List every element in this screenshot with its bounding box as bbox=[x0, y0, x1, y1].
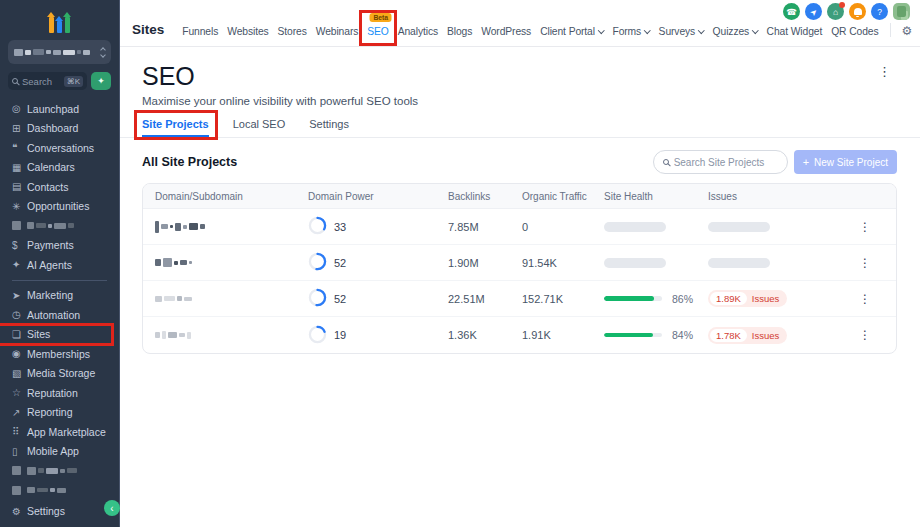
sidebar-item-redacted[interactable] bbox=[0, 461, 119, 481]
topnav-tab-funnels[interactable]: Funnels bbox=[182, 26, 218, 37]
redacted-text bbox=[27, 487, 66, 493]
domain-power-cell: 52 bbox=[308, 288, 448, 309]
domain-power-value: 52 bbox=[334, 293, 346, 305]
media-storage-icon: ▧ bbox=[12, 368, 27, 379]
sidebar-item-payments[interactable]: $Payments bbox=[0, 236, 119, 256]
chevron-updown-icon bbox=[101, 48, 105, 57]
sidebar-item-calendars[interactable]: ▦Calendars bbox=[0, 158, 119, 178]
sidebar-item-marketing[interactable]: ➤Marketing bbox=[0, 286, 119, 306]
topbar-title: Sites bbox=[132, 22, 164, 37]
ai-assistant-button[interactable]: ✦ bbox=[91, 72, 111, 90]
sidebar-item-settings[interactable]: ⚙ Settings bbox=[0, 502, 119, 522]
sites-icon: ❏ bbox=[12, 329, 27, 340]
sidebar-item-redacted[interactable] bbox=[0, 481, 119, 501]
topnav-tab-blogs[interactable]: Blogs bbox=[447, 26, 472, 37]
topbar-divider bbox=[890, 23, 891, 37]
topnav-tab-forms[interactable]: Forms bbox=[612, 26, 649, 37]
sidebar-item-label: Marketing bbox=[27, 289, 73, 301]
issues-badge[interactable]: 1.89KIssues bbox=[708, 290, 787, 307]
seo-tab-site-projects[interactable]: Site Projects bbox=[142, 118, 209, 137]
health-percent-label: 86% bbox=[672, 293, 693, 305]
backlinks-value: 22.51M bbox=[448, 293, 522, 305]
domain-power-ring bbox=[308, 216, 327, 237]
sidebar-item-redacted[interactable] bbox=[0, 216, 119, 236]
payments-icon: $ bbox=[12, 240, 27, 251]
help-icon[interactable]: ? bbox=[871, 3, 888, 20]
sidebar-item-opportunities[interactable]: ✳Opportunities bbox=[0, 197, 119, 217]
page-menu-kebab[interactable]: ⋮ bbox=[872, 62, 897, 81]
marketplace-icon[interactable]: ⌂ bbox=[827, 3, 844, 20]
issues-badge[interactable]: 1.78KIssues bbox=[708, 327, 787, 344]
contacts-icon: ▤ bbox=[12, 181, 27, 192]
sidebar-search-input[interactable]: Search ⌘K bbox=[8, 72, 87, 90]
sidebar-item-mobile-app[interactable]: ▯Mobile App bbox=[0, 442, 119, 462]
gear-icon[interactable]: ⚙ bbox=[901, 25, 912, 37]
phone-icon[interactable]: ☎ bbox=[783, 3, 800, 20]
row-actions-kebab[interactable]: ⋮ bbox=[846, 292, 884, 306]
sidebar-item-sites[interactable]: ❏Sites bbox=[0, 325, 119, 345]
help-icon-glyph: ? bbox=[877, 7, 882, 17]
domain-power-value: 52 bbox=[334, 257, 346, 269]
marketplace-icon-glyph: ⌂ bbox=[833, 7, 838, 17]
seo-tabs: Site ProjectsLocal SEOSettings bbox=[142, 118, 897, 137]
sidebar-item-conversations[interactable]: ❝Conversations bbox=[0, 138, 119, 158]
highlevel-logo bbox=[49, 7, 70, 33]
seo-tab-settings[interactable]: Settings bbox=[309, 118, 349, 137]
row-actions-kebab[interactable]: ⋮ bbox=[846, 328, 884, 342]
domain-power-ring bbox=[308, 288, 327, 309]
topnav-tab-stores[interactable]: Stores bbox=[278, 26, 307, 37]
topnav-tab-seo[interactable]: SEOBeta bbox=[367, 26, 388, 37]
topnav-tab-webinars[interactable]: Webinars bbox=[316, 26, 359, 37]
row-actions-kebab[interactable]: ⋮ bbox=[846, 220, 884, 234]
sidebar-item-label: Mobile App bbox=[27, 445, 79, 457]
account-name-redacted bbox=[14, 49, 98, 56]
seo-tab-local-seo[interactable]: Local SEO bbox=[233, 118, 286, 137]
sidebar-item-reporting[interactable]: ↗Reporting bbox=[0, 403, 119, 423]
tab-label: QR Codes bbox=[831, 26, 878, 37]
bell-glyph bbox=[854, 8, 862, 15]
sidebar-item-contacts[interactable]: ▤Contacts bbox=[0, 177, 119, 197]
row-actions-kebab[interactable]: ⋮ bbox=[846, 256, 884, 270]
tab-label: Analytics bbox=[398, 26, 438, 37]
sidebar-item-reputation[interactable]: ☆Reputation bbox=[0, 383, 119, 403]
tab-label: Settings bbox=[309, 118, 349, 130]
sparkle-icon: ✦ bbox=[97, 76, 105, 86]
topnav-tab-quizzes[interactable]: Quizzes bbox=[713, 26, 758, 37]
redacted-icon-block bbox=[12, 486, 27, 495]
avatar[interactable] bbox=[893, 3, 910, 20]
domain-redacted-blocks bbox=[155, 331, 191, 339]
sidebar-item-ai-agents[interactable]: ✦AI Agents bbox=[0, 255, 119, 275]
beta-badge: Beta bbox=[369, 13, 391, 22]
sidebar-item-label: Memberships bbox=[27, 348, 90, 360]
account-name-blocks bbox=[14, 49, 90, 56]
bell-icon[interactable] bbox=[849, 3, 866, 20]
topnav-tab-websites[interactable]: Websites bbox=[227, 26, 268, 37]
rocket-icon-glyph: ➤ bbox=[807, 5, 819, 17]
loading-skeleton bbox=[604, 258, 666, 268]
reporting-icon: ↗ bbox=[12, 407, 27, 418]
search-site-projects-input[interactable]: Search Site Projects bbox=[653, 150, 788, 174]
tabs-divider bbox=[120, 137, 920, 138]
quick-launch-icons: ☎➤⌂? bbox=[783, 3, 910, 20]
table-row: 191.36K1.91K84%1.78KIssues⋮ bbox=[143, 317, 896, 353]
topnav-tab-surveys[interactable]: Surveys bbox=[659, 26, 704, 37]
chevron-down-icon bbox=[752, 27, 758, 33]
new-site-project-button[interactable]: + New Site Project bbox=[794, 150, 897, 174]
sidebar-item-dashboard[interactable]: ⊞Dashboard bbox=[0, 119, 119, 139]
sidebar-item-media-storage[interactable]: ▧Media Storage bbox=[0, 364, 119, 384]
account-switcher[interactable] bbox=[8, 40, 111, 64]
topnav-tab-qr-codes[interactable]: QR Codes bbox=[831, 26, 878, 37]
topnav-tab-chat-widget[interactable]: Chat Widget bbox=[767, 26, 823, 37]
sidebar-item-app-marketplace[interactable]: ⠿App Marketplace bbox=[0, 422, 119, 442]
sidebar-item-launchpad[interactable]: ◎Launchpad bbox=[0, 99, 119, 119]
sidebar-item-automation[interactable]: ◷Automation bbox=[0, 305, 119, 325]
search-placeholder: Search Site Projects bbox=[674, 157, 765, 168]
topnav-tab-wordpress[interactable]: WordPress bbox=[481, 26, 531, 37]
sidebar-collapse-button[interactable]: ‹ bbox=[104, 500, 120, 516]
domain-power-cell: 52 bbox=[308, 252, 448, 273]
sidebar-item-memberships[interactable]: ◉Memberships bbox=[0, 344, 119, 364]
page-title: SEO bbox=[142, 62, 195, 90]
rocket-icon[interactable]: ➤ bbox=[805, 3, 822, 20]
topnav-tab-analytics[interactable]: Analytics bbox=[398, 26, 438, 37]
topnav-tab-client-portal[interactable]: Client Portal bbox=[540, 26, 603, 37]
